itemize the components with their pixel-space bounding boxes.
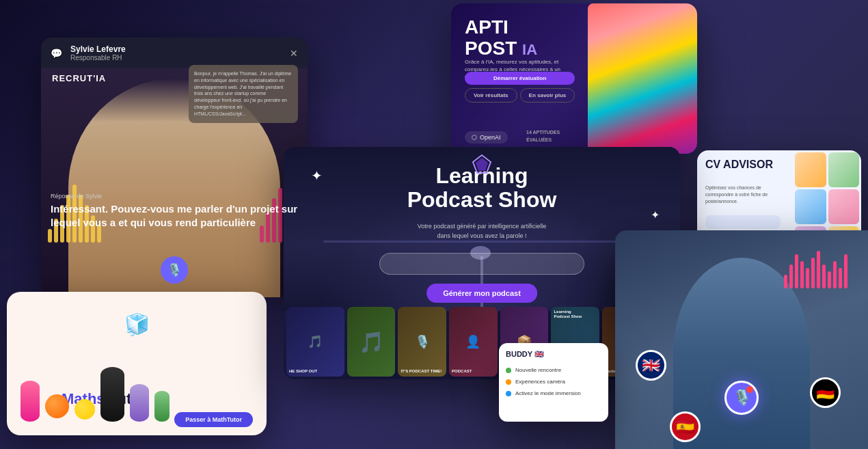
wave-bar bbox=[48, 229, 52, 243]
chat-role: Responsable RH bbox=[70, 54, 126, 62]
apti-title-text: APTIPOST bbox=[465, 16, 517, 59]
apti-results-btn[interactable]: Voir résultats bbox=[465, 88, 517, 103]
wave-bar bbox=[806, 268, 809, 288]
shape-pink-cylinder bbox=[21, 381, 40, 422]
shape-purple-cylinder bbox=[130, 384, 149, 422]
flag-es[interactable]: 🇪🇸 bbox=[670, 411, 701, 442]
maths-icon: 🧊 bbox=[124, 312, 150, 336]
avatar-4 bbox=[828, 189, 860, 224]
thumbnail-1[interactable]: 🎵 HE SHOP OUT bbox=[286, 307, 344, 377]
apti-woman-image bbox=[588, 3, 697, 154]
podcast-title-line2: Podcast Show bbox=[407, 187, 557, 212]
buddy-item-3[interactable]: Activez le mode immersion bbox=[506, 390, 601, 396]
openai-badge: ⬡ OpenAI bbox=[465, 131, 508, 144]
thumb-1-overlay: 🎵 bbox=[286, 307, 344, 377]
wave-bar bbox=[828, 271, 831, 288]
chat-icon: 💬 bbox=[51, 48, 62, 59]
musician-wave bbox=[784, 251, 847, 288]
wave-bar bbox=[844, 254, 847, 288]
chat-header: 💬 Sylvie Lefevre Responsable RH ✕ bbox=[41, 38, 308, 68]
openai-label: OpenAI bbox=[480, 134, 501, 141]
maths-card: 🧊 Maths Tutor Passer à MathTutor bbox=[7, 292, 267, 435]
buddy-item-3-label: Activez le mode immersion bbox=[515, 390, 581, 396]
buddy-dot-2 bbox=[506, 379, 511, 385]
sparkle-top-right: ✦ bbox=[651, 208, 660, 221]
buddy-item-2-label: Expériences caméra bbox=[515, 379, 565, 385]
flag-uk[interactable]: 🇬🇧 bbox=[636, 350, 666, 381]
podcast-subtitle-text: Votre podcast généré par intelligence ar… bbox=[418, 223, 547, 239]
wave-bar bbox=[789, 264, 793, 288]
apti-buttons: Démarrer évaluation Voir résultats En sa… bbox=[465, 72, 575, 103]
response-text: Intéressant. Pouvez-vous me parler d'un … bbox=[51, 202, 298, 229]
response-area: Réponse de Sylvie Intéressant. Pouvez-vo… bbox=[51, 193, 298, 229]
apti-stats: 14 APTITUDES ÉVALUÉES bbox=[526, 129, 581, 144]
cv-subtitle: Optimisez vos chances de correspondre à … bbox=[705, 185, 781, 204]
podcast-logo bbox=[472, 154, 492, 174]
maths-try-btn[interactable]: Passer à MathTutor bbox=[174, 412, 253, 427]
thumbnail-3[interactable]: 🎙️ IT'S PODCAST TIME! bbox=[398, 307, 446, 377]
generate-podcast-btn[interactable]: Générer mon podcast bbox=[426, 284, 537, 303]
avatar-3 bbox=[795, 189, 826, 224]
apti-more-btn[interactable]: En savoir plus bbox=[520, 88, 575, 103]
wave-bar bbox=[822, 264, 826, 288]
flag-de[interactable]: 🇩🇪 bbox=[810, 377, 841, 408]
podcast-subtitle: Votre podcast généré par intelligence ar… bbox=[418, 222, 547, 241]
thumb-4-label: PODCAST bbox=[452, 369, 495, 374]
wave-bar bbox=[839, 268, 842, 288]
apti-stats-label: 14 APTITUDES ÉVALUÉES bbox=[526, 129, 581, 144]
thumbnail-4[interactable]: 👤 PODCAST bbox=[449, 307, 498, 377]
wave-bar bbox=[833, 261, 837, 288]
thumb-1-label: HE SHOP OUT bbox=[289, 369, 342, 374]
buddy-item-2[interactable]: Expériences caméra bbox=[506, 379, 601, 385]
apti-ia-suffix: IA bbox=[522, 41, 537, 58]
wave-bar bbox=[795, 254, 798, 288]
shape-green-cylinder bbox=[154, 391, 169, 422]
wave-bar bbox=[800, 261, 804, 288]
wave-bar bbox=[817, 251, 820, 288]
thumb-4-overlay: 👤 bbox=[449, 307, 498, 377]
shape-orange-sphere bbox=[45, 394, 69, 418]
buddy-item-1-label: Nouvelle rencontre bbox=[515, 367, 561, 373]
recruit-card: 💬 Sylvie Lefevre Responsable RH ✕ RECRUT… bbox=[41, 38, 308, 297]
shape-yellow-sphere bbox=[74, 399, 95, 420]
thumb-2-overlay: 🎵 bbox=[347, 307, 396, 377]
close-icon[interactable]: ✕ bbox=[290, 48, 298, 59]
recruit-brand: RECRUT'IA bbox=[52, 73, 106, 83]
buddy-dot-3 bbox=[506, 391, 511, 396]
response-label: Réponse de Sylvie bbox=[51, 193, 298, 200]
mic-recording-dot bbox=[746, 386, 753, 393]
maths-shapes bbox=[21, 367, 169, 422]
svg-marker-1 bbox=[476, 158, 488, 171]
thumb-3-label: IT'S PODCAST TIME! bbox=[401, 369, 444, 374]
mic-center-btn[interactable]: 🎙️ bbox=[724, 381, 759, 415]
apti-start-btn[interactable]: Démarrer évaluation bbox=[465, 72, 575, 85]
wave-bar bbox=[811, 258, 815, 288]
shape-black-cylinder bbox=[100, 367, 124, 422]
apti-title: APTIPOST IA bbox=[465, 17, 537, 59]
buddy-card: BUDDY 🇬🇧 Nouvelle rencontre Expériences … bbox=[499, 343, 608, 422]
chat-name: Sylvie Lefevre bbox=[70, 44, 126, 54]
studio-desk bbox=[323, 241, 640, 243]
thumb-3-overlay: 🎙️ bbox=[398, 307, 446, 377]
sparkle-top-left: ✦ bbox=[311, 167, 323, 184]
cv-title: CV ADVISOR bbox=[705, 159, 773, 171]
avatar-1 bbox=[795, 152, 826, 187]
buddy-title: BUDDY 🇬🇧 bbox=[506, 350, 544, 359]
avatar-2 bbox=[828, 152, 860, 187]
buddy-item-1[interactable]: Nouvelle rencontre bbox=[506, 367, 601, 373]
apti-card: APTIPOST IA Grâce à l'IA, mesurez vos ap… bbox=[451, 3, 697, 154]
wave-bar bbox=[784, 275, 787, 288]
buddy-dot-1 bbox=[506, 368, 511, 373]
chat-message: Bonjour, je m'appelle Thomas. J'ai un di… bbox=[189, 65, 298, 123]
openai-icon: ⬡ bbox=[472, 134, 477, 141]
buddy-items-list: Nouvelle rencontre Expériences caméra Ac… bbox=[506, 367, 601, 396]
thumbnail-2[interactable]: 🎵 bbox=[347, 307, 396, 377]
podcast-search-bar[interactable] bbox=[379, 253, 584, 275]
mic-button[interactable]: 🎙️ bbox=[161, 256, 188, 284]
cv-form-field[interactable] bbox=[705, 215, 781, 229]
musician-card: 🇬🇧 🇩🇪 🇪🇸 🎙️ bbox=[615, 230, 868, 449]
